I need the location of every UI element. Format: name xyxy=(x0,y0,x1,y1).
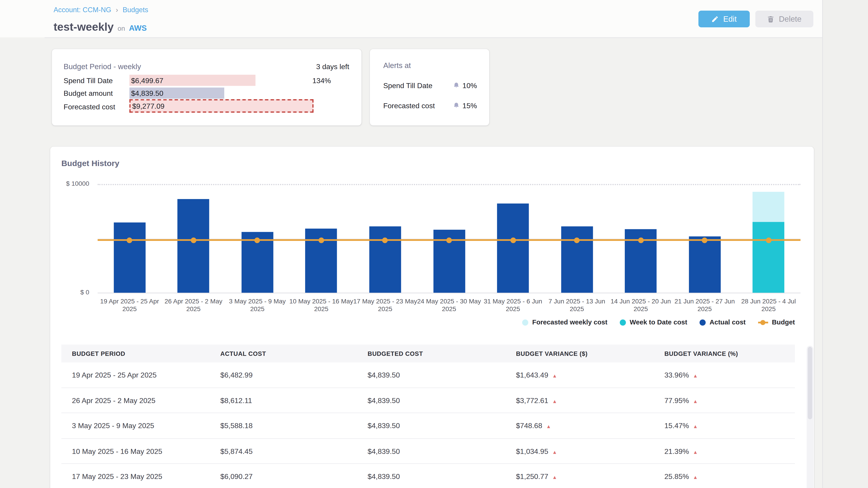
table-scrollbar-thumb[interactable] xyxy=(808,347,812,419)
legend-label: Budget xyxy=(772,318,795,326)
bar-actual-cost[interactable] xyxy=(178,199,210,293)
cell-actual-cost: $8,612.11 xyxy=(220,388,364,413)
cell-budgeted-cost: $4,839.50 xyxy=(368,438,513,464)
spend-till-date-label: Spend Till Date xyxy=(64,76,113,85)
edit-button-label: Edit xyxy=(723,14,737,23)
pencil-icon xyxy=(712,15,719,23)
forecasted-cost-bar: $9,277.09 xyxy=(129,99,313,112)
x-axis-line xyxy=(98,293,801,293)
legend-item-actual-cost[interactable]: Actual cost xyxy=(700,318,746,326)
legend-dot-marker xyxy=(522,319,528,325)
top-header-bar: Account: CCM-NG › Budgets test-weekly on… xyxy=(0,0,822,37)
bar-week-to-date-cost[interactable] xyxy=(753,222,784,293)
variance-up-icon: ▲ xyxy=(552,449,557,455)
cell-budget-period: 3 May 2025 - 9 May 2025 xyxy=(72,413,217,438)
breadcrumb: Account: CCM-NG › Budgets xyxy=(54,6,148,14)
page-title: test-weekly xyxy=(54,21,114,33)
variance-up-icon: ▲ xyxy=(552,373,557,379)
budget-line-marker xyxy=(191,237,196,243)
legend-line-marker xyxy=(758,322,768,323)
days-left-label: 3 days left xyxy=(316,62,349,71)
bar-actual-cost[interactable] xyxy=(369,227,401,293)
alert-row-spend: Spend Till Date 10% xyxy=(383,81,477,90)
budget-amount-value: $4,839.50 xyxy=(129,89,163,97)
budget-period-card-title: Budget Period - weekly xyxy=(64,62,141,71)
x-axis-label: 3 May 2025 - 9 May 2025 xyxy=(225,297,289,313)
x-axis-label: 21 Jun 2025 - 27 Jun 2025 xyxy=(673,297,737,313)
x-axis-label: 10 May 2025 - 16 May 2025 xyxy=(289,297,353,313)
header-divider xyxy=(44,37,822,38)
table-row: 3 May 2025 - 9 May 2025$5,588.18$4,839.5… xyxy=(61,413,795,438)
trash-icon xyxy=(767,15,774,23)
variance-up-icon: ▲ xyxy=(552,398,557,404)
delete-button[interactable]: Delete xyxy=(755,11,813,27)
variance-up-icon: ▲ xyxy=(552,475,557,480)
cell-actual-cost: $5,588.18 xyxy=(220,413,364,438)
breadcrumb-budgets-link[interactable]: Budgets xyxy=(123,6,148,14)
legend-dot-marker xyxy=(620,319,626,325)
budget-detail-page: Account: CCM-NG › Budgets test-weekly on… xyxy=(0,0,868,488)
bar-actual-cost[interactable] xyxy=(114,222,146,293)
cell-budget-period: 10 May 2025 - 16 May 2025 xyxy=(72,438,217,464)
cell-budget-variance-usd: $3,772.61▲ xyxy=(516,388,661,413)
budget-history-chart: 19 Apr 2025 - 25 Apr 202526 Apr 2025 - 2… xyxy=(98,184,801,293)
cell-budget-variance-pct: 77.95%▲ xyxy=(664,388,793,413)
table-header-cell: BUDGETED COST xyxy=(368,345,513,362)
x-axis-label: 24 May 2025 - 30 May 2025 xyxy=(417,297,481,313)
budget-line-marker xyxy=(510,237,516,243)
x-axis-label: 14 Jun 2025 - 20 Jun 2025 xyxy=(609,297,673,313)
budget-amount-label: Budget amount xyxy=(64,89,113,98)
breadcrumb-account-link[interactable]: Account: CCM-NG xyxy=(54,6,111,14)
legend-label: Week to Date cost xyxy=(630,318,687,326)
budget-period-card: Budget Period - weekly 3 days left Spend… xyxy=(52,49,362,125)
forecasted-cost-value: $9,277.09 xyxy=(130,102,164,110)
bar-actual-cost[interactable] xyxy=(497,203,529,293)
y-axis-tick-bottom: $ 0 xyxy=(55,289,89,295)
forecasted-cost-label: Forecasted cost xyxy=(64,103,115,111)
x-axis-label: 17 May 2025 - 23 May 2025 xyxy=(353,297,417,313)
cell-budget-period: 17 May 2025 - 23 May 2025 xyxy=(72,464,217,488)
gridline-10000 xyxy=(98,184,801,185)
variance-up-icon: ▲ xyxy=(693,449,698,455)
title-on-word: on xyxy=(118,25,125,33)
bar-actual-cost[interactable] xyxy=(689,236,721,293)
table-row: 10 May 2025 - 16 May 2025$5,874.45$4,839… xyxy=(61,438,795,464)
chart-legend: Forecasted weekly costWeek to Date costA… xyxy=(522,318,795,326)
x-axis-label: 31 May 2025 - 6 Jun 2025 xyxy=(481,297,545,313)
bell-icon xyxy=(453,82,460,89)
table-header-cell: BUDGET VARIANCE (%) xyxy=(664,345,793,362)
variance-up-icon: ▲ xyxy=(546,424,551,429)
delete-button-label: Delete xyxy=(779,14,802,23)
alert-spend-label: Spend Till Date xyxy=(383,81,432,90)
budget-line-marker xyxy=(446,237,452,243)
variance-up-icon: ▲ xyxy=(693,373,698,379)
cell-budgeted-cost: $4,839.50 xyxy=(368,413,513,438)
legend-item-forecasted-weekly-cost[interactable]: Forecasted weekly cost xyxy=(522,318,608,326)
legend-item-budget[interactable]: Budget xyxy=(758,318,795,326)
budget-line-marker xyxy=(574,237,580,243)
cell-budget-variance-pct: 33.96%▲ xyxy=(664,362,793,387)
table-scrollbar[interactable] xyxy=(807,346,813,488)
budget-line-marker xyxy=(318,237,324,243)
x-axis-label: 28 Jun 2025 - 4 Jul 2025 xyxy=(737,297,801,313)
cell-actual-cost: $6,482.99 xyxy=(220,362,364,387)
variance-up-icon: ▲ xyxy=(693,424,698,429)
page-scrollbar-gutter[interactable] xyxy=(822,0,868,488)
cell-budget-period: 26 Apr 2025 - 2 May 2025 xyxy=(72,388,217,413)
edit-button[interactable]: Edit xyxy=(699,11,750,27)
legend-item-week-to-date-cost[interactable]: Week to Date cost xyxy=(620,318,687,326)
alert-row-forecast: Forecasted cost 15% xyxy=(383,101,477,110)
bar-forecasted-weekly-cost[interactable] xyxy=(753,192,784,222)
x-axis-label: 26 Apr 2025 - 2 May 2025 xyxy=(162,297,225,313)
x-axis-label: 7 Jun 2025 - 13 Jun 2025 xyxy=(545,297,609,313)
variance-up-icon: ▲ xyxy=(693,398,698,404)
bar-actual-cost[interactable] xyxy=(561,226,593,293)
budget-history-card: Budget History $ 10000 $ 0 19 Apr 2025 -… xyxy=(50,147,814,488)
cell-budget-variance-pct: 25.85%▲ xyxy=(664,464,793,488)
cell-budget-variance-pct: 15.47%▲ xyxy=(664,413,793,438)
budget-amount-bar: $4,839.50 xyxy=(129,88,224,98)
alert-forecast-label: Forecasted cost xyxy=(383,101,435,110)
cell-budget-variance-usd: $1,034.95▲ xyxy=(516,438,661,464)
cell-budget-variance-pct: 21.39%▲ xyxy=(664,438,793,464)
table-row: 26 Apr 2025 - 2 May 2025$8,612.11$4,839.… xyxy=(61,388,795,413)
